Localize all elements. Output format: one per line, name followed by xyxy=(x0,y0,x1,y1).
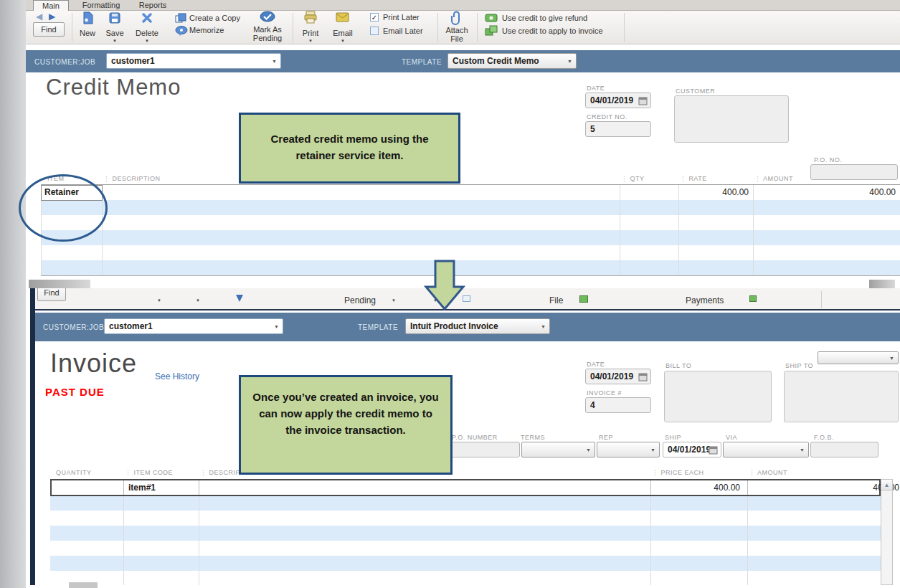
email-dropdown-caret[interactable]: ▼ xyxy=(341,39,345,43)
dropdown-caret[interactable]: ▼ xyxy=(157,298,161,303)
memorize-button[interactable]: Memorize xyxy=(189,26,224,34)
print-later-label[interactable]: Print Later xyxy=(383,13,420,22)
ship-to-box[interactable] xyxy=(784,371,899,422)
col-header-description: DESCRIPTION xyxy=(103,175,161,182)
column-divider xyxy=(678,185,679,275)
new-icon xyxy=(81,11,94,24)
customer-job-label: CUSTOMER:JOB xyxy=(43,323,104,331)
use-credit-refund-button[interactable]: Use credit to give refund xyxy=(502,14,587,22)
template-value: Intuit Product Invoice xyxy=(410,321,498,331)
col-header-amount: AMOUNT xyxy=(749,469,787,476)
col-header-qty: QTY xyxy=(621,175,645,182)
see-history-link[interactable]: See History xyxy=(155,371,199,381)
table-row[interactable] xyxy=(50,541,881,556)
column-divider xyxy=(123,480,124,495)
date-field[interactable]: 04/01/2019 xyxy=(585,93,651,108)
amount-cell-value[interactable]: 400.00 xyxy=(824,187,896,197)
down-arrow-annotation xyxy=(416,258,475,313)
table-row[interactable] xyxy=(50,571,881,586)
use-credit-apply-button[interactable]: Use credit to apply to invoice xyxy=(502,27,603,35)
scroll-up-button[interactable]: ▲ xyxy=(881,480,892,490)
save-dropdown-caret[interactable]: ▼ xyxy=(113,39,117,43)
find-button[interactable]: Find xyxy=(33,22,65,37)
attach-file-label-clipped[interactable]: File xyxy=(549,295,563,305)
column-divider xyxy=(123,495,124,585)
rate-cell-value[interactable]: 400.00 xyxy=(677,187,749,197)
vertical-scrollbar[interactable]: ▲ xyxy=(881,479,893,585)
table-row[interactable] xyxy=(50,495,881,511)
table-row[interactable] xyxy=(50,556,881,571)
tab-main[interactable]: Main xyxy=(33,0,69,11)
po-number-field[interactable] xyxy=(450,442,520,457)
rep-dropdown[interactable]: ▼ xyxy=(597,442,660,457)
email-button[interactable]: Email xyxy=(333,29,353,37)
table-row[interactable] xyxy=(50,526,881,541)
attach-file-button[interactable]: Attach xyxy=(445,26,468,34)
receive-payments-label-clipped[interactable]: Payments xyxy=(686,295,724,305)
print-dropdown-caret[interactable]: ▼ xyxy=(308,39,313,43)
ship-date-field[interactable]: 04/01/2019 xyxy=(663,442,721,457)
date-value: 04/01/2019 xyxy=(590,95,633,105)
apply-credits-icon[interactable] xyxy=(579,295,588,303)
tab-formatting[interactable]: Formatting xyxy=(75,0,128,11)
item-code-cell-value[interactable]: item#1 xyxy=(128,483,156,493)
calendar-icon[interactable] xyxy=(638,96,648,105)
past-due-stamp: PAST DUE xyxy=(45,386,105,398)
invoice-row-selected[interactable]: item#1 400.00 400.00 xyxy=(50,479,881,496)
credit-no-field[interactable]: 5 xyxy=(585,121,651,137)
customer-job-dropdown[interactable]: customer1 ▼ xyxy=(104,318,283,334)
fob-field[interactable] xyxy=(810,442,878,457)
table-row[interactable] xyxy=(50,511,881,526)
customer-job-dropdown[interactable]: customer1 ▼ xyxy=(106,53,281,69)
attach-file-button-line2[interactable]: File xyxy=(450,34,463,43)
bill-to-box[interactable] xyxy=(664,371,772,422)
mark-as-pending-button[interactable]: Mark As xyxy=(253,25,282,34)
print-later-checkbox[interactable]: ✓ xyxy=(370,13,379,22)
print-button[interactable]: Print xyxy=(303,29,319,37)
mark-as-pending-button-line2[interactable]: Pending xyxy=(253,34,282,42)
email-later-label[interactable]: Email Later xyxy=(383,27,423,35)
dropdown-caret[interactable]: ▼ xyxy=(196,298,200,303)
template-dropdown[interactable]: Custom Credit Memo ▼ xyxy=(447,53,577,69)
back-arrow-icon[interactable]: ◀ xyxy=(36,11,42,22)
memorize-icon xyxy=(175,25,188,37)
table-row[interactable] xyxy=(41,185,900,200)
separator xyxy=(821,291,822,308)
mark-as-pending-label-clipped[interactable]: Pending xyxy=(344,295,376,305)
calendar-icon[interactable] xyxy=(709,445,718,455)
find-button[interactable]: Find xyxy=(37,288,66,301)
via-dropdown[interactable]: ▼ xyxy=(723,442,809,457)
separator xyxy=(624,13,625,42)
save-button[interactable]: Save xyxy=(105,29,123,37)
price-each-cell-value[interactable]: 400.00 xyxy=(668,483,740,493)
customer-address-box[interactable] xyxy=(674,95,789,143)
ship-to-dropdown[interactable]: ▼ xyxy=(818,351,899,364)
date-field[interactable]: 04/01/2019 xyxy=(585,369,651,384)
template-label: TEMPLATE xyxy=(402,58,442,66)
forward-arrow-icon[interactable]: ▶ xyxy=(49,11,55,22)
po-no-label: P.O. NO. xyxy=(814,156,842,163)
email-later-checkbox[interactable] xyxy=(370,27,379,35)
table-row[interactable] xyxy=(41,215,900,230)
tab-reports[interactable]: Reports xyxy=(132,0,174,11)
table-row[interactable] xyxy=(41,230,900,245)
refund-icon[interactable] xyxy=(749,295,757,302)
new-button[interactable]: New xyxy=(80,29,95,37)
table-row[interactable] xyxy=(41,200,900,215)
delete-button[interactable]: Delete xyxy=(136,29,158,37)
invoice-no-field[interactable]: 4 xyxy=(585,397,651,413)
po-no-field[interactable] xyxy=(810,164,898,180)
delete-dropdown-caret[interactable]: ▼ xyxy=(145,39,149,43)
template-label: TEMPLATE xyxy=(358,323,398,331)
mark-pending-icon xyxy=(260,11,275,23)
column-divider xyxy=(753,185,754,275)
chevron-down-icon: ▼ xyxy=(889,356,894,361)
terms-dropdown[interactable]: ▼ xyxy=(521,442,595,457)
column-divider xyxy=(620,185,620,275)
circle-annotation-retainer xyxy=(19,174,108,242)
create-copy-button[interactable]: Create a Copy xyxy=(189,14,240,22)
customer-job-label: CUSTOMER:JOB xyxy=(34,58,95,66)
dropdown-caret[interactable]: ▼ xyxy=(392,298,396,303)
calendar-icon[interactable] xyxy=(638,372,648,381)
template-dropdown[interactable]: Intuit Product Invoice ▼ xyxy=(405,318,550,334)
